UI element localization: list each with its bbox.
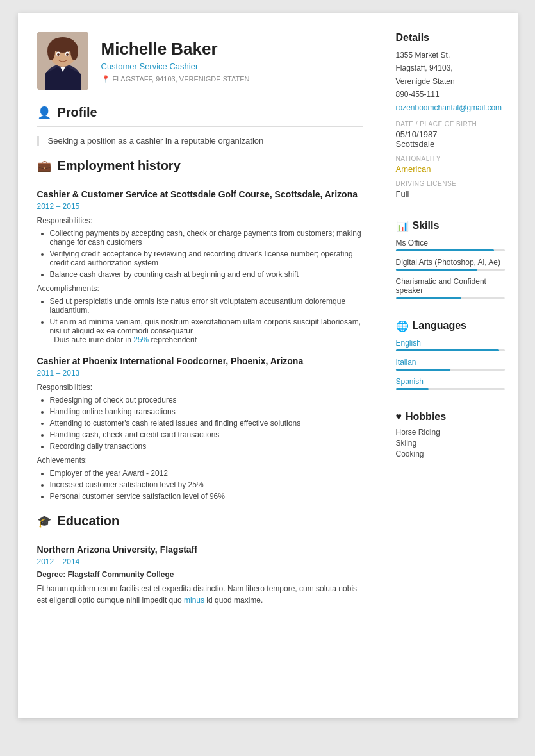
skill-item-3: Charismatic and Confident speaker — [396, 277, 505, 299]
hobbies-divider — [396, 403, 505, 403]
lang-item-spanish: Spanish — [396, 377, 505, 390]
skills-title: 📊 Skills — [396, 220, 505, 232]
lang-item-italian: Italian — [396, 358, 505, 371]
skill-3-name: Charismatic and Confident speaker — [396, 277, 505, 295]
header: Michelle Baker Customer Service Cashier … — [37, 32, 363, 90]
location-text: FLAGSTAFF, 94103, VERENIGDE STATEN — [113, 75, 250, 83]
profile-divider — [37, 126, 363, 127]
location-pin-icon: 📍 — [101, 75, 110, 83]
location: 📍 FLAGSTAFF, 94103, VERENIGDE STATEN — [101, 75, 250, 83]
profile-icon: 👤 — [37, 106, 51, 120]
skills-section: 📊 Skills Ms Office Digital Arts (Photosh… — [396, 220, 505, 299]
job-2-title: Cashier at Phoenix International Foodcor… — [37, 356, 363, 366]
lang-spanish-bar-bg — [396, 388, 505, 390]
job-entry-2: Cashier at Phoenix International Foodcor… — [37, 356, 363, 501]
job-1-resp-1: Collecting payments by accepting cash, c… — [50, 229, 363, 247]
languages-title: 🌐 Languages — [396, 320, 505, 332]
skill-3-bar-fill — [396, 297, 461, 299]
lang-spanish-bar-fill — [396, 388, 429, 390]
details-title: Details — [396, 32, 505, 44]
license-value: Full — [396, 189, 505, 199]
lang-item-english: English — [396, 339, 505, 351]
employment-divider — [37, 180, 363, 180]
job-2-resp-3: Attending to customer's cash related iss… — [50, 419, 363, 428]
lang-english-name: English — [396, 339, 505, 348]
skill-2-bar-bg — [396, 269, 505, 271]
job-1-acc-1: Sed ut perspiciatis unde omnis iste natu… — [50, 297, 363, 315]
skill-item-1: Ms Office — [396, 239, 505, 251]
job-1-resp-2: Verifying credit acceptance by reviewing… — [50, 249, 363, 267]
job-2-resp-1: Redesigning of check out procedures — [50, 396, 363, 405]
nationality-label: NATIONALITY — [396, 155, 505, 162]
lang-italian-bar-fill — [396, 369, 450, 371]
dob-label: DATE / PLACE OF BIRTH — [396, 121, 505, 128]
lang-english-bar-bg — [396, 349, 505, 351]
svg-point-9 — [66, 53, 69, 56]
languages-divider — [396, 312, 505, 312]
languages-section: 🌐 Languages English Italian Spanish — [396, 320, 505, 390]
heart-icon: ♥ — [396, 411, 402, 423]
email: rozenboomchantal@gmail.com — [396, 103, 502, 112]
skill-3-bar-bg — [396, 297, 505, 299]
skill-2-name: Digital Arts (Photoshop, Ai, Ae) — [396, 258, 505, 267]
job-2-resp-4: Handling cash, check and credit card tra… — [50, 430, 363, 439]
birth-place: Scottsdale — [396, 139, 505, 149]
skill-2-bar-fill — [396, 269, 478, 271]
header-info: Michelle Baker Customer Service Cashier … — [101, 39, 250, 83]
avatar — [37, 32, 88, 90]
skill-1-bar-fill — [396, 249, 494, 251]
hobbies-section: ♥ Hobbies Horse Riding Skiing Cooking — [396, 411, 505, 458]
employment-section-title: 💼 Employment history — [37, 158, 363, 173]
phone: 890-455-111 — [396, 90, 440, 99]
job-2-ach-3: Personal customer service satisfaction l… — [50, 492, 363, 501]
employment-section: 💼 Employment history Cashier & Customer … — [37, 158, 363, 501]
dob-value: 05/10/1987 — [396, 130, 505, 139]
hobby-2: Skiing — [396, 439, 505, 448]
employment-icon: 💼 — [37, 159, 51, 173]
education-section: 🎓 Education Northern Arizona University,… — [37, 514, 363, 606]
address-line2: Flagstaff, 94103, — [396, 63, 453, 72]
svg-point-4 — [47, 42, 55, 60]
skills-divider — [396, 212, 505, 212]
hobby-3: Cooking — [396, 449, 505, 458]
lang-english-bar-fill — [396, 349, 500, 351]
globe-icon: 🌐 — [396, 320, 409, 332]
profile-text: Seeking a position as a cashier in a rep… — [37, 136, 363, 146]
skill-item-2: Digital Arts (Photoshop, Ai, Ae) — [396, 258, 505, 271]
lang-spanish-name: Spanish — [396, 377, 505, 386]
profile-section-title: 👤 Profile — [37, 105, 363, 120]
job-2-responsibilities-label: Responsibilities: — [37, 383, 363, 392]
job-2-achievements-list: Employer of the year Award - 2012 Increa… — [37, 469, 363, 501]
left-column: Michelle Baker Customer Service Cashier … — [18, 13, 383, 718]
job-1-accomplishments-list: Sed ut perspiciatis unde omnis iste natu… — [37, 297, 363, 344]
address-line1: 1355 Market St, — [396, 51, 450, 60]
skill-1-bar-bg — [396, 249, 505, 251]
lang-italian-bar-bg — [396, 369, 505, 371]
address-line3: Verenigde Staten — [396, 77, 455, 86]
skills-bar-icon: 📊 — [396, 220, 409, 232]
job-1-resp-3: Balance cash drawer by counting cash at … — [50, 270, 363, 279]
job-entry-1: Cashier & Customer Service at Scottsdale… — [37, 189, 363, 344]
job-2-ach-2: Increased customer satisfaction level by… — [50, 480, 363, 489]
svg-point-5 — [70, 42, 78, 60]
details-address: 1355 Market St, Flagstaff, 94103, Vereni… — [396, 49, 505, 114]
edu-institution: Northern Arizona University, Flagstaff — [37, 544, 363, 555]
candidate-name: Michelle Baker — [101, 39, 250, 59]
lang-italian-name: Italian — [396, 358, 505, 367]
education-divider — [37, 535, 363, 535]
job-1-title: Cashier & Customer Service at Scottsdale… — [37, 189, 363, 199]
job-2-achievements-label: Achievements: — [37, 456, 363, 465]
job-1-accomplishments-label: Accomplishments: — [37, 284, 363, 293]
hobby-1: Horse Riding — [396, 428, 505, 437]
edu-description: Et harum quidem rerum facilis est et exp… — [37, 583, 363, 606]
job-1-dates: 2012 – 2015 — [37, 202, 363, 211]
job-1-responsibilities-list: Collecting payments by accepting cash, c… — [37, 229, 363, 279]
svg-point-8 — [57, 53, 60, 56]
education-section-title: 🎓 Education — [37, 514, 363, 528]
hobbies-title: ♥ Hobbies — [396, 411, 505, 423]
edu-dates: 2012 – 2014 — [37, 557, 363, 566]
job-title: Customer Service Cashier — [101, 62, 250, 71]
right-column: Details 1355 Market St, Flagstaff, 94103… — [383, 13, 518, 718]
license-label: DRIVING LICENSE — [396, 180, 505, 187]
resume-container: Michelle Baker Customer Service Cashier … — [18, 13, 518, 718]
